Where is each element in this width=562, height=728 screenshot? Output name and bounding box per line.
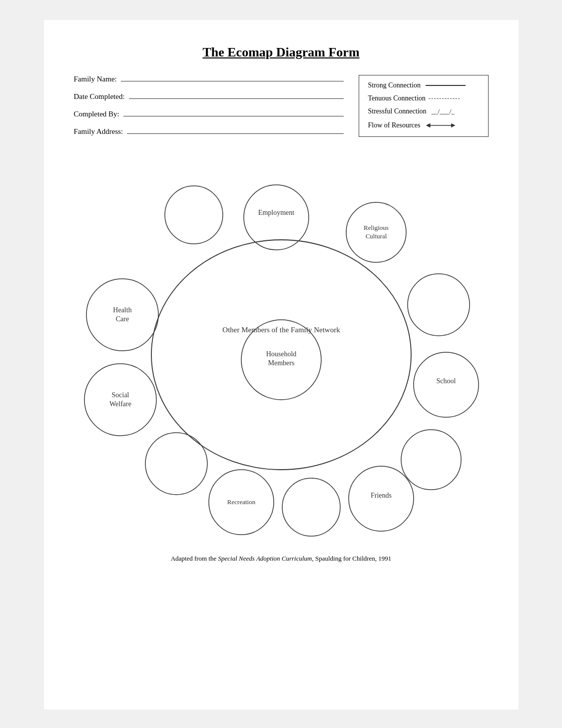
health-care-label-2: Care	[115, 315, 128, 323]
school-circle	[414, 352, 479, 417]
blank-top-left-circle	[165, 186, 223, 244]
form-fields: Family Name: Date Completed: Completed B…	[74, 75, 359, 145]
legend-tenuous: Tenuous Connection ------------	[368, 94, 479, 102]
legend-box: Strong Connection Tenuous Connection ---…	[359, 75, 489, 137]
health-care-circle	[86, 279, 158, 351]
family-name-underline[interactable]	[121, 81, 344, 81]
date-completed-label: Date Completed:	[74, 92, 125, 101]
social-welfare-circle	[84, 364, 156, 436]
other-members-label: Other Members of the Family Network	[222, 326, 340, 334]
household-label-2: Members	[268, 359, 294, 367]
legend-strong: Strong Connection	[368, 81, 479, 89]
family-address-underline[interactable]	[127, 133, 343, 134]
date-completed-underline[interactable]	[129, 98, 344, 99]
stressful-connection-pattern: __/___/_	[432, 107, 455, 115]
footnote-italic: Special Needs Adoption Curriculum	[218, 555, 312, 562]
employment-label: Employment	[258, 209, 294, 216]
friends-label: Friends	[371, 492, 392, 499]
health-care-label-1: Health	[113, 306, 131, 314]
blank-bottom-right-circle	[401, 430, 461, 490]
flow-of-resources-label: Flow of Resources	[368, 121, 421, 129]
family-address-label: Family Address:	[74, 127, 123, 136]
household-label-1: Household	[266, 350, 296, 358]
footnote: Adapted from the Special Needs Adoption …	[74, 555, 489, 563]
legend-flow: Flow of Resources	[368, 120, 479, 130]
flow-of-resources-arrow	[426, 120, 456, 130]
completed-by-label: Completed By:	[74, 110, 119, 118]
blank-bottom-center-circle	[282, 478, 340, 536]
social-welfare-label-2: Welfare	[109, 400, 131, 408]
form-legend-row: Family Name: Date Completed: Completed B…	[74, 75, 489, 145]
legend-stressful: Stressful Connection __/___/_	[368, 107, 479, 115]
tenuous-connection-label: Tenuous Connection	[368, 94, 426, 102]
family-address-field: Family Address:	[74, 127, 344, 136]
social-welfare-label-1: Social	[111, 391, 129, 399]
family-name-label: Family Name:	[74, 75, 117, 83]
diagram-svg: Employment Religious Cultural Health Car…	[74, 160, 489, 550]
strong-connection-line	[426, 85, 466, 86]
date-completed-field: Date Completed:	[74, 92, 344, 101]
blank-right-top-circle	[408, 274, 470, 336]
completed-by-underline[interactable]	[123, 116, 344, 116]
family-name-field: Family Name:	[74, 75, 344, 83]
page-title: The Ecomap Diagram Form	[74, 45, 489, 60]
strong-connection-label: Strong Connection	[368, 81, 421, 89]
completed-by-field: Completed By:	[74, 110, 344, 118]
page: The Ecomap Diagram Form Family Name: Dat…	[44, 20, 519, 710]
religious-label-1: Religious	[364, 224, 389, 231]
school-label: School	[436, 377, 456, 385]
ecomap-diagram: Employment Religious Cultural Health Car…	[74, 160, 489, 550]
blank-bottom-left-circle	[145, 433, 207, 495]
recreation-label: Recreation	[227, 498, 255, 506]
religious-label-2: Cultural	[365, 232, 387, 240]
stressful-connection-label: Stressful Connection	[368, 107, 427, 115]
tenuous-connection-line: ------------	[429, 94, 461, 102]
